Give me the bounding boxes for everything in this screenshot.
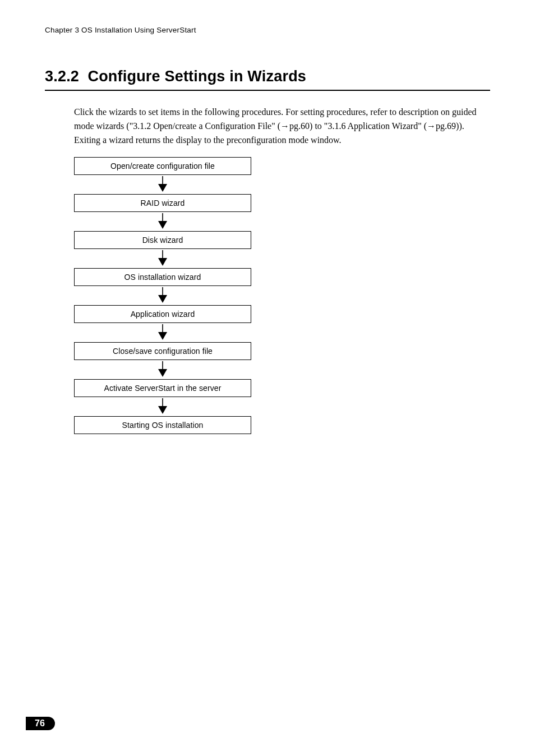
flow-step-disk-wizard: Disk wizard: [74, 231, 251, 249]
section-number: 3.2.2: [45, 68, 79, 85]
svg-marker-1: [158, 184, 167, 192]
section-underline: [45, 90, 490, 91]
flow-step-os-install-wizard: OS installation wizard: [74, 268, 251, 286]
paragraph-1: Click the wizards to set items in the fo…: [74, 105, 490, 133]
flow-arrow-icon: [74, 249, 251, 268]
xref-link-application-wizard[interactable]: "3.1.6 Application Wizard" (→pg.69): [324, 121, 459, 131]
flow-step-close-save: Close/save configuration file: [74, 342, 251, 360]
body-text-fragment: to: [312, 121, 324, 131]
flow-step-application-wizard: Application wizard: [74, 305, 251, 323]
flow-step-activate-serverstart: Activate ServerStart in the server: [74, 379, 251, 397]
running-header: Chapter 3 OS Installation Using ServerSt…: [45, 26, 490, 34]
page-footer: 76: [0, 717, 535, 730]
flow-arrow-icon: [74, 212, 251, 231]
flow-step-start-os-install: Starting OS installation: [74, 416, 251, 434]
page-number-badge: 76: [26, 717, 55, 730]
body-text-fragment: ).: [459, 121, 464, 131]
flow-step-open-create: Open/create configuration file: [74, 157, 251, 175]
svg-marker-13: [158, 406, 167, 414]
svg-marker-5: [158, 258, 167, 266]
paragraph-2: Exiting a wizard returns the display to …: [74, 133, 490, 147]
svg-marker-3: [158, 221, 167, 229]
flow-arrow-icon: [74, 175, 251, 194]
page: Chapter 3 OS Installation Using ServerSt…: [0, 0, 535, 756]
flow-arrow-icon: [74, 286, 251, 305]
flow-arrow-icon: [74, 360, 251, 379]
section-heading: 3.2.2 Configure Settings in Wizards: [45, 68, 490, 85]
flow-step-raid-wizard: RAID wizard: [74, 194, 251, 212]
flowchart: Open/create configuration file RAID wiza…: [74, 157, 251, 434]
footer-rule: [26, 722, 509, 724]
xref-link-open-create[interactable]: "3.1.2 Open/create a Configuration File"…: [130, 121, 313, 131]
svg-marker-7: [158, 295, 167, 303]
flow-arrow-icon: [74, 323, 251, 342]
section-title-text: Configure Settings in Wizards: [87, 68, 306, 85]
body-block: Click the wizards to set items in the fo…: [45, 105, 490, 434]
svg-marker-11: [158, 369, 167, 377]
svg-marker-9: [158, 332, 167, 340]
flow-arrow-icon: [74, 397, 251, 416]
